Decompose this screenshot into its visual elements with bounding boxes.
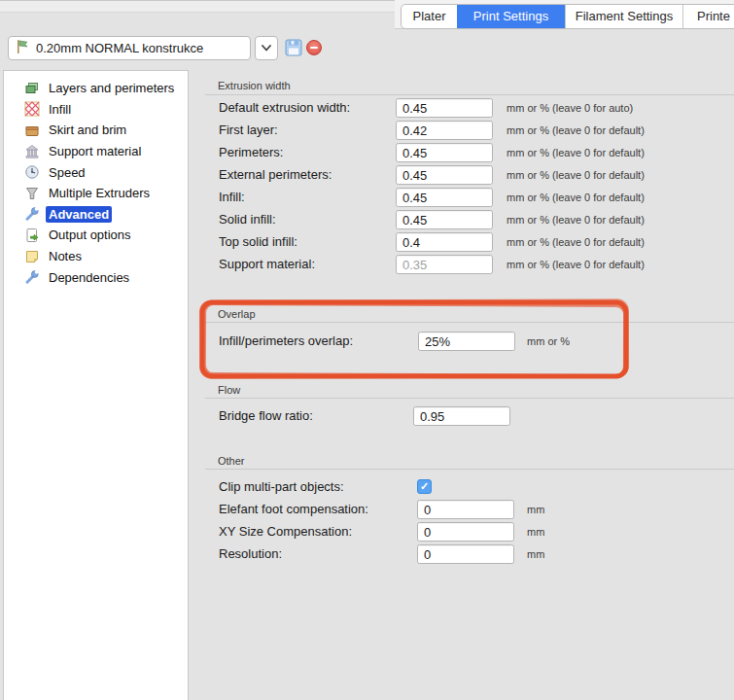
input-first-layer[interactable]	[396, 121, 493, 140]
section-divider	[205, 398, 734, 399]
section-title-overlap: Overlap	[218, 308, 256, 320]
setting-label: Infill:	[219, 188, 245, 207]
setting-label: First layer:	[219, 121, 278, 140]
input-solid-infill[interactable]	[396, 210, 493, 229]
sidebar-item-support-material[interactable]: Support material	[4, 141, 188, 162]
input-xy-size-compensation[interactable]	[417, 522, 514, 542]
sidebar-item-infill[interactable]: Infill	[4, 99, 188, 121]
sidebar-item-label: Support material	[46, 143, 144, 159]
input-infill[interactable]	[396, 188, 493, 207]
wrench-icon	[24, 269, 40, 285]
section-title-other: Other	[218, 455, 245, 467]
setting-label: Default extrusion width:	[219, 98, 350, 118]
setting-label: Support material:	[219, 255, 315, 274]
checkbox-clip-multi-part-objects-[interactable]: ✓	[417, 479, 432, 494]
funnel-icon	[24, 186, 40, 201]
sidebar-item-label: Advanced	[46, 206, 112, 223]
section-divider	[205, 322, 734, 323]
support-material-icon	[24, 144, 40, 159]
setting-label: Bridge flow ratio:	[219, 406, 313, 426]
sidebar-item-multiple-extruders[interactable]: Multiple Extruders	[4, 183, 188, 204]
setting-label: Infill/perimeters overlap:	[219, 332, 353, 351]
sidebar-item-label: Multiple Extruders	[46, 185, 153, 201]
unit-hint: mm or % (leave 0 for default)	[507, 165, 645, 185]
sidebar-item-output-options[interactable]: Output options	[4, 225, 188, 246]
settings-category-list: Layers and perimetersInfillSkirt and bri…	[3, 70, 189, 700]
layers-icon	[24, 81, 40, 96]
settings-panel: Extrusion widthDefault extrusion width:m…	[192, 13, 734, 700]
sidebar-item-label: Skirt and brim	[46, 122, 129, 138]
unit-hint: mm or % (leave 0 for default)	[507, 188, 645, 207]
setting-label: External perimeters:	[219, 165, 332, 185]
infill-icon	[24, 101, 40, 117]
skirt-brim-icon	[24, 122, 40, 138]
setting-label: Resolution:	[219, 544, 282, 564]
flag-icon	[15, 39, 30, 58]
input-external-perimeters[interactable]	[396, 165, 493, 185]
sidebar-item-skirt-and-brim[interactable]: Skirt and brim	[4, 120, 188, 141]
setting-label: Top solid infill:	[219, 232, 297, 252]
sidebar-item-label: Notes	[46, 248, 85, 264]
unit-hint: mm or %	[527, 332, 570, 351]
preset-name: 0.20mm NORMAL konstrukce	[36, 41, 203, 55]
setting-label: Solid infill:	[219, 210, 276, 229]
input-infill-perimeters-overlap[interactable]	[418, 332, 515, 351]
sidebar-item-label: Output options	[46, 227, 134, 243]
section-divider	[205, 94, 734, 95]
setting-label: XY Size Compensation:	[219, 522, 352, 542]
setting-label: Elefant foot compensation:	[219, 500, 368, 519]
sidebar-item-label: Layers and perimeters	[46, 80, 177, 96]
unit-hint: mm or % (leave 0 for auto)	[507, 98, 633, 118]
unit-hint: mm or % (leave 0 for default)	[507, 143, 645, 162]
sidebar-item-advanced[interactable]: Advanced	[4, 204, 188, 226]
unit-hint: mm	[527, 522, 544, 542]
unit-hint: mm or % (leave 0 for default)	[507, 210, 645, 229]
sidebar-item-notes[interactable]: Notes	[4, 246, 188, 267]
unit-hint: mm or % (leave 0 for default)	[507, 255, 645, 274]
print-settings-window: PlaterPrint SettingsFilament SettingsPri…	[0, 0, 734, 700]
sidebar-item-speed[interactable]: Speed	[4, 161, 188, 183]
setting-label: Clip multi-part objects:	[219, 477, 344, 497]
sidebar-item-label: Dependencies	[46, 269, 132, 286]
notes-icon	[24, 249, 40, 264]
unit-hint: mm or % (leave 0 for default)	[507, 121, 645, 140]
unit-hint: mm or % (leave 0 for default)	[507, 232, 645, 252]
input-elefant-foot-compensation[interactable]	[417, 500, 514, 519]
section-title-flow: Flow	[218, 384, 240, 396]
sidebar-item-dependencies[interactable]: Dependencies	[4, 266, 188, 288]
input-top-solid-infill[interactable]	[396, 232, 493, 252]
section-title-extrusion-width: Extrusion width	[218, 80, 291, 91]
input-resolution[interactable]	[417, 544, 514, 564]
input-support-material	[396, 255, 493, 274]
input-bridge-flow-ratio[interactable]	[413, 406, 510, 426]
sidebar-item-layers-and-perimeters[interactable]: Layers and perimeters	[4, 78, 188, 99]
output-page-icon	[24, 228, 40, 243]
sidebar-item-label: Infill	[46, 101, 74, 118]
setting-label: Perimeters:	[219, 143, 283, 162]
input-perimeters[interactable]	[396, 143, 493, 162]
input-default-extrusion-width[interactable]	[396, 98, 493, 118]
unit-hint: mm	[527, 544, 544, 564]
speed-clock-icon	[24, 164, 40, 180]
wrench-icon	[24, 206, 40, 222]
unit-hint: mm	[527, 500, 544, 519]
sidebar-item-label: Speed	[46, 164, 88, 181]
section-divider	[205, 469, 734, 470]
